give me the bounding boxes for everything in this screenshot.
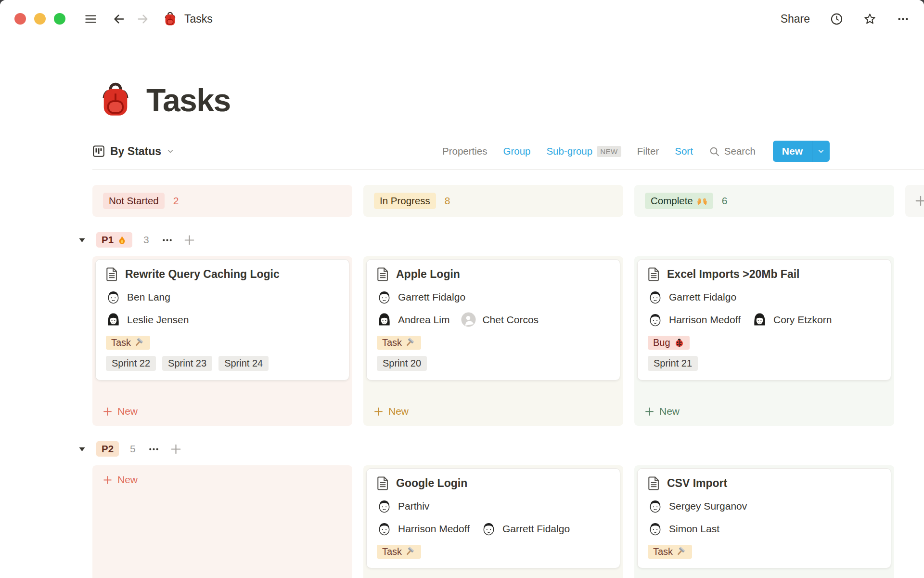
status-label: In Progress <box>380 195 430 207</box>
card-title-row: CSV Import <box>648 476 881 491</box>
doc-icon <box>377 476 389 490</box>
new-button-group: New <box>773 141 830 162</box>
collapse-triangle-icon[interactable] <box>78 236 86 244</box>
updates-clock-icon[interactable] <box>830 13 843 26</box>
avatar-default <box>461 312 476 327</box>
plus-icon <box>914 195 924 207</box>
group-pill-p1[interactable]: P1 <box>96 232 132 248</box>
add-column-button[interactable] <box>905 185 924 217</box>
toolbar-item-sort[interactable]: Sort <box>675 145 693 157</box>
plus-icon <box>644 407 654 417</box>
sprint-tag: Sprint 22 <box>106 356 156 371</box>
avatar-male-sketch <box>377 499 392 513</box>
card-title: Apple Login <box>396 267 460 282</box>
task-card[interactable]: CSV ImportSergey SurganovSimon LastTask <box>637 468 891 568</box>
column-section-in-progress: Apple LoginGarrett FidalgoAndrea LimChet… <box>363 256 623 426</box>
person-name: Andrea Lim <box>398 314 449 326</box>
board-view-icon <box>92 145 105 158</box>
new-label: New <box>388 406 409 417</box>
new-card-button[interactable]: New <box>95 400 349 423</box>
person-name: Chet Corcos <box>482 314 539 326</box>
collapse-triangle-icon[interactable] <box>78 445 86 453</box>
minimize-button[interactable] <box>34 13 46 25</box>
status-label: Complete <box>651 195 693 207</box>
group-more-icon[interactable] <box>161 234 173 246</box>
person-row: Ben Lang <box>106 289 339 304</box>
sprint-row: Sprint 20 <box>377 356 610 371</box>
toolbar-divider <box>92 169 924 170</box>
page-backpack-icon[interactable] <box>97 82 134 118</box>
new-button[interactable]: New <box>773 141 812 162</box>
tag-task: Task <box>377 545 421 559</box>
group-row-p1: Rewrite Query Caching LogicBen LangLesli… <box>92 256 924 426</box>
column-section-not-started: Rewrite Query Caching LogicBen LangLesli… <box>92 256 352 426</box>
tag-row: Task <box>377 336 610 350</box>
close-button[interactable] <box>14 13 26 25</box>
favorite-star-icon[interactable] <box>863 13 876 26</box>
toolbar-item-filter[interactable]: Filter <box>637 145 659 157</box>
view-name: By Status <box>110 145 161 158</box>
column-section-complete: Excel Imports >20Mb FailGarrett FidalgoH… <box>634 256 894 426</box>
tag-task: Task <box>377 336 421 350</box>
sprint-row: Sprint 22Sprint 23Sprint 24 <box>106 356 339 371</box>
sprint-tag: Sprint 23 <box>162 356 212 371</box>
tag-row: Bug <box>648 336 881 350</box>
hammer-icon <box>406 338 416 348</box>
backpack-icon <box>163 12 178 26</box>
toolbar-item-sub-group[interactable]: Sub-groupNEW <box>546 145 621 157</box>
raised-hands-icon <box>697 196 707 206</box>
new-button-dropdown[interactable] <box>812 141 830 162</box>
person-row: Leslie Jensen <box>106 312 339 327</box>
new-card-button[interactable]: New <box>95 468 349 491</box>
board-groups: P13Rewrite Query Caching LogicBen LangLe… <box>92 229 924 578</box>
zoom-button[interactable] <box>54 13 65 25</box>
column-count: 2 <box>173 195 179 207</box>
plus-icon <box>373 407 384 417</box>
back-button[interactable] <box>113 13 126 26</box>
toolbar-item-properties[interactable]: Properties <box>442 145 487 157</box>
titlebar: Tasks Share <box>0 0 924 38</box>
group-more-icon[interactable] <box>148 443 160 455</box>
toolbar-item-group[interactable]: Group <box>503 145 530 157</box>
group-add-icon[interactable] <box>170 443 182 455</box>
person-row: Andrea LimChet Corcos <box>377 312 610 327</box>
avatar-male-sketch <box>648 289 663 304</box>
toolbar-item-label: Sort <box>675 145 693 157</box>
person-name: Ben Lang <box>127 291 170 303</box>
person-row: Sergey Surganov <box>648 499 881 513</box>
tag-row: Task <box>106 336 339 350</box>
status-pill-not-started[interactable]: Not Started <box>103 193 165 209</box>
avatar-male-sketch <box>481 521 496 536</box>
person-name: Harrison Medoff <box>398 523 470 535</box>
view-switcher[interactable]: By Status <box>92 145 174 158</box>
column-header-complete: Complete6 <box>634 185 894 217</box>
group-label: P1 <box>102 234 114 246</box>
toolbar-item-label: Sub-group <box>546 145 592 157</box>
card-title-row: Apple Login <box>377 267 610 282</box>
avatar-male-sketch <box>377 521 392 536</box>
forward-button <box>136 13 149 26</box>
group-add-icon[interactable] <box>183 234 195 246</box>
toolbar-item-search[interactable]: Search <box>709 145 756 157</box>
status-pill-in-progress[interactable]: In Progress <box>374 193 436 209</box>
toolbar-item-label: Properties <box>442 145 487 157</box>
person-name: Garrett Fidalgo <box>669 291 736 303</box>
avatar-male-sketch <box>377 289 392 304</box>
group-pill-p2[interactable]: P2 <box>96 441 119 457</box>
person-row: Simon Last <box>648 521 881 536</box>
more-options-icon[interactable] <box>897 13 910 26</box>
task-card[interactable]: Google LoginParthivHarrison MedoffGarret… <box>366 468 620 568</box>
share-button[interactable]: Share <box>781 13 810 26</box>
sidebar-menu-icon[interactable] <box>84 13 97 26</box>
person-name: Parthiv <box>398 500 429 512</box>
column-section-not-started: New <box>92 465 352 578</box>
person-name: Simon Last <box>669 523 719 535</box>
sprint-tag: Sprint 20 <box>377 356 427 371</box>
task-card[interactable]: Rewrite Query Caching LogicBen LangLesli… <box>95 259 349 381</box>
task-card[interactable]: Excel Imports >20Mb FailGarrett FidalgoH… <box>637 259 891 381</box>
task-card[interactable]: Apple LoginGarrett FidalgoAndrea LimChet… <box>366 259 620 381</box>
new-card-button[interactable]: New <box>637 400 891 423</box>
group-row-p2: NewGoogle LoginParthivHarrison MedoffGar… <box>92 465 924 578</box>
status-pill-complete[interactable]: Complete <box>645 193 713 209</box>
new-card-button[interactable]: New <box>366 400 620 423</box>
